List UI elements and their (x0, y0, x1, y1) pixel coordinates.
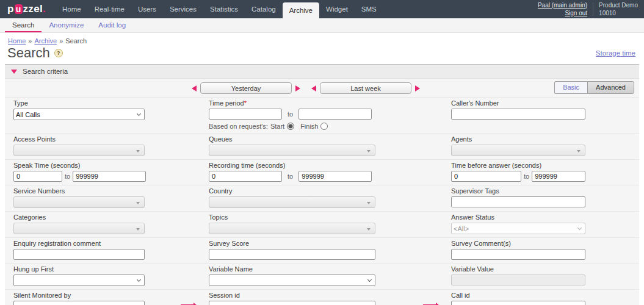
search-criteria-header[interactable]: Search criteria (5, 64, 639, 79)
search-criteria-panel: Search criteria Yesterday Last week Basi… (5, 64, 639, 305)
hung-up-first-select[interactable] (13, 274, 145, 286)
last-week-button[interactable]: Last week (320, 82, 411, 94)
time-period-to-input[interactable] (298, 109, 372, 120)
nav-item-archive[interactable]: Archive (283, 2, 319, 18)
breadcrumb-separator: » (28, 37, 32, 45)
page-title: Search (7, 45, 50, 61)
answer-status-select[interactable]: <All> (451, 223, 585, 234)
supervisor-tags-input[interactable] (451, 196, 585, 207)
chevron-down-icon (136, 202, 140, 204)
search-criteria-body: Yesterday Last week Basic Advanced Type … (5, 79, 639, 305)
breadcrumb-archive-link[interactable]: Archive (34, 37, 57, 45)
chevron-down-icon (367, 202, 371, 204)
silent-monitored-by-label: Silent Monitored by (13, 292, 209, 299)
yesterday-button[interactable]: Yesterday (200, 82, 292, 94)
to-label: to (288, 173, 293, 180)
silent-monitored-by-input[interactable] (13, 301, 145, 305)
logo-u-icon: u (15, 4, 23, 14)
queues-dropdown (209, 145, 375, 156)
access-points-dropdown (13, 145, 145, 156)
access-points-label: Access Points (13, 135, 209, 143)
subnav-item-search[interactable]: Search (5, 18, 42, 32)
to-label: to (65, 173, 70, 180)
topics-dropdown (209, 223, 375, 234)
hung-up-first-label: Hung up First (13, 265, 209, 273)
speak-time-from-input[interactable] (13, 171, 62, 182)
variable-value-label: Variable Value (451, 265, 639, 273)
to-label: to (524, 173, 529, 180)
answer-status-label: Answer Status (451, 214, 639, 221)
enquiry-comment-input[interactable] (13, 249, 145, 260)
sign-out-link[interactable]: Sign out (538, 9, 587, 18)
storage-time-link[interactable]: Storage time (596, 49, 635, 57)
chevron-down-icon (367, 150, 371, 152)
divider (593, 2, 593, 16)
survey-comments-input[interactable] (451, 249, 585, 260)
next-day-arrow-icon[interactable] (295, 85, 300, 92)
account-name: Product Demo (599, 1, 638, 10)
country-dropdown (209, 196, 375, 208)
service-numbers-label: Service Numbers (13, 187, 209, 195)
chevron-down-icon (367, 228, 371, 231)
breadcrumb-current: Search (65, 37, 87, 45)
next-week-arrow-icon[interactable] (415, 85, 420, 92)
nav-item-catalog[interactable]: Catalog (245, 0, 283, 18)
recording-time-to-input[interactable] (298, 171, 372, 182)
prev-week-arrow-icon[interactable] (311, 85, 316, 92)
subnav-item-audit-log[interactable]: Audit log (91, 18, 133, 32)
nav-item-sms[interactable]: SMS (355, 0, 383, 18)
call-id-input[interactable] (451, 301, 585, 305)
time-period-from-input[interactable] (209, 109, 282, 120)
finish-radio[interactable] (320, 123, 328, 130)
variable-name-select[interactable] (209, 274, 375, 286)
start-radio-label: Start (270, 123, 284, 130)
service-numbers-dropdown (13, 196, 145, 208)
survey-comments-label: Survey Comment(s) (451, 240, 639, 247)
nav-item-users[interactable]: Users (131, 0, 163, 18)
puzzel-logo[interactable]: puzzel. (7, 0, 46, 18)
speak-time-to-input[interactable] (73, 171, 146, 182)
survey-score-input[interactable] (209, 249, 375, 260)
to-label: to (288, 110, 293, 118)
time-before-answer-from-input[interactable] (451, 171, 521, 182)
subnav-item-anonymize[interactable]: Anonymize (42, 18, 91, 32)
user-profile-link[interactable]: Paal (main admin) (538, 1, 587, 10)
enquiry-comment-label: Enquiry registration comment (13, 240, 209, 247)
agents-dropdown (451, 145, 585, 156)
supervisor-tags-label: Supervisor Tags (451, 187, 639, 195)
help-icon[interactable]: ? (54, 49, 63, 57)
breadcrumb: Home»Archive»Search (0, 33, 644, 45)
type-select[interactable]: All Calls (13, 109, 145, 120)
session-id-input[interactable] (209, 301, 375, 305)
time-before-answer-to-input[interactable] (532, 171, 585, 182)
nav-item-widget[interactable]: Widget (319, 0, 355, 18)
type-label: Type (13, 99, 209, 107)
logo-text: zzel (23, 3, 43, 15)
recording-time-from-input[interactable] (209, 171, 282, 182)
chevron-down-icon (136, 150, 140, 152)
categories-dropdown (13, 223, 145, 234)
breadcrumb-home-link[interactable]: Home (8, 37, 26, 45)
start-radio[interactable] (287, 123, 294, 130)
nav-item-realtime[interactable]: Real-time (88, 0, 131, 18)
call-id-label: Call id (451, 292, 639, 299)
basic-button[interactable]: Basic (554, 81, 587, 94)
chevron-down-icon (577, 150, 581, 152)
based-on-label: Based on request's: (209, 123, 268, 130)
recording-time-label: Recording time (seconds) (209, 162, 451, 169)
callers-number-input[interactable] (451, 109, 585, 120)
time-before-answer-label: Time before answer (seconds) (451, 162, 639, 169)
advanced-button[interactable]: Advanced (587, 81, 634, 94)
topics-label: Topics (209, 214, 451, 221)
prev-day-arrow-icon[interactable] (192, 85, 197, 92)
nav-item-services[interactable]: Services (163, 0, 203, 18)
archive-subnav: Search Anonymize Audit log (0, 18, 644, 33)
country-label: Country (209, 187, 451, 195)
survey-score-label: Survey Score (209, 240, 451, 247)
chevron-down-icon (136, 228, 140, 231)
required-asterisk: * (244, 99, 247, 107)
nav-item-statistics[interactable]: Statistics (203, 0, 245, 18)
nav-item-home[interactable]: Home (56, 0, 88, 18)
logo-dot-icon: . (43, 3, 46, 15)
account-info: Product Demo 10010 (599, 1, 638, 18)
